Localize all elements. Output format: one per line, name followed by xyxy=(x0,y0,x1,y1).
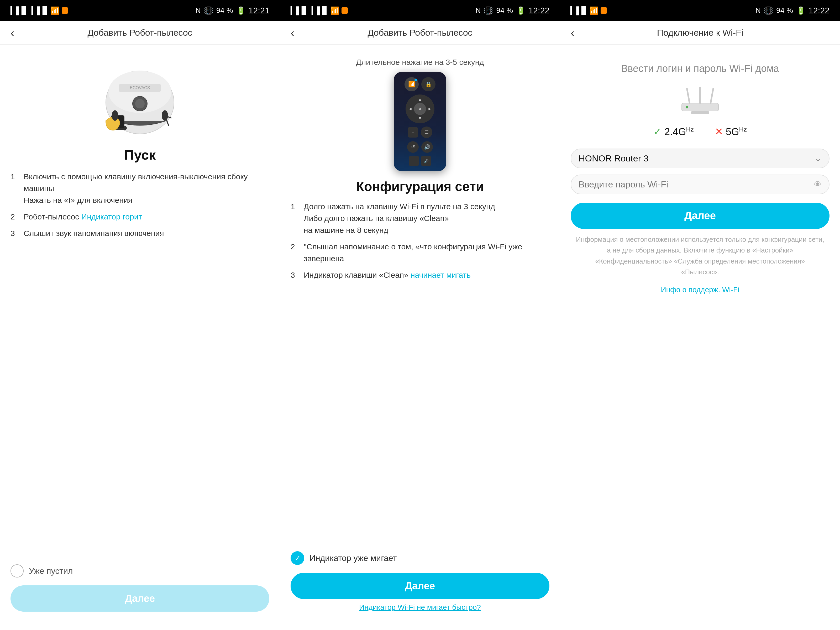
wifi-login-title: Ввести логин и пароль Wi-Fi дома xyxy=(571,63,829,74)
remote-sq-btn-2[interactable]: 🔊 xyxy=(421,156,431,166)
svg-point-8 xyxy=(112,110,118,121)
svg-line-13 xyxy=(687,89,690,103)
robot-vacuum-image: ECOVACS xyxy=(98,63,182,136)
svg-point-5 xyxy=(135,99,145,108)
frequency-row: ✓ 2.4GHz ✕ 5GHz xyxy=(571,126,829,137)
remote-body: 📶 🔒 ▲ ▼ ◄ ► ⏯ xyxy=(394,72,446,171)
password-input[interactable] xyxy=(579,179,814,189)
status-left-1: ▎▌▊ ▎▌▊ 📶 xyxy=(11,6,68,15)
bluetooth-icon-3: 📳 xyxy=(764,6,773,15)
remote-bottom-row1: ↺ 🔊 xyxy=(407,141,433,153)
svg-text:ECOVACS: ECOVACS xyxy=(129,85,150,90)
panel-config: ‹ Добавить Робот-пылесос Длительное нажа… xyxy=(280,21,560,630)
status-section-3: ▎▌▊ 📶 N 📳 94 % 🔋 12:22 xyxy=(560,6,840,16)
remote-plus-button[interactable]: + xyxy=(408,127,418,137)
nav-title-3: Подключение к Wi-Fi xyxy=(657,28,744,38)
notification-icon-2 xyxy=(341,7,348,14)
already-started-radio[interactable] xyxy=(11,564,24,578)
next-button-1[interactable]: Далее xyxy=(11,585,269,612)
remote-container: 📶 🔒 ▲ ▼ ◄ ► ⏯ xyxy=(291,67,549,177)
nfc-icon-3: N xyxy=(755,6,761,15)
freq-5-item: ✕ 5GHz xyxy=(715,126,747,137)
freq-5-label: 5GHz xyxy=(726,126,747,137)
nav-title-1: Добавить Робот-пылесос xyxy=(87,28,192,38)
router-icon-container xyxy=(571,85,829,116)
wifi-not-flashing-link[interactable]: Индикатор Wi-Fi не мигает быстро? xyxy=(291,603,549,612)
battery-icon-2: 🔋 xyxy=(516,6,525,15)
status-right-2: N 📳 94 % 🔋 12:22 xyxy=(475,6,549,16)
step-item-2-1: 1 Долго нажать на клавишу Wi-Fi в пульте… xyxy=(291,201,549,236)
remote-menu-button[interactable]: ☰ xyxy=(421,126,432,138)
password-row: 👁 xyxy=(571,175,829,194)
freq-24-item: ✓ 2.4GHz xyxy=(654,126,694,137)
step-item-1-2: 2 Робот-пылесос Индикатор горит xyxy=(11,211,269,223)
status-left-2: ▎▌▊ ▎▌▊ 📶 xyxy=(291,6,348,15)
wifi-icon-3: 📶 xyxy=(589,6,598,15)
panels-container: ‹ Добавить Робот-пылесос ECOVACS xyxy=(0,21,840,630)
freq-5-x: ✕ xyxy=(715,126,723,137)
panel2-content: Длительное нажатие на 3-5 секунд 📶 🔒 xyxy=(280,45,560,630)
step-list-2: 1 Долго нажать на клавишу Wi-Fi в пульте… xyxy=(291,201,549,281)
robot-image-container: ECOVACS xyxy=(11,55,269,142)
nav-bar-1: ‹ Добавить Робот-пылесос xyxy=(0,21,280,45)
nav-bar-3: ‹ Подключение к Wi-Fi xyxy=(560,21,840,45)
status-section-2: ▎▌▊ ▎▌▊ 📶 N 📳 94 % 🔋 12:22 xyxy=(280,6,560,16)
remote-vol-button[interactable]: 🔊 xyxy=(421,141,433,153)
notification-icon-1 xyxy=(62,7,68,14)
freq-24-check: ✓ xyxy=(654,126,662,137)
hint-text: Длительное нажатие на 3-5 секунд xyxy=(291,55,549,67)
bluetooth-icon-2: 📳 xyxy=(484,6,493,15)
panel1-content: ECOVACS xyxy=(0,45,280,630)
wifi-support-link[interactable]: Инфо о поддерж. Wi-Fi xyxy=(571,286,829,302)
indicator-link-1[interactable]: Индикатор горит xyxy=(81,212,142,221)
battery-1: 94 % xyxy=(216,6,233,15)
battery-3: 94 % xyxy=(776,6,793,15)
remote-refresh-button[interactable]: ↺ xyxy=(407,141,419,153)
remote-center-button[interactable]: ⏯ xyxy=(414,103,426,115)
step-item-1-3: 3 Слышит звук напоминания включения xyxy=(11,227,269,239)
remote-top-row: 📶 🔒 xyxy=(404,77,436,92)
remote-sq-btn-1[interactable]: □ xyxy=(409,156,419,166)
remote-dpad[interactable]: ▲ ▼ ◄ ► ⏯ xyxy=(406,95,434,123)
time-2: 12:22 xyxy=(528,6,549,16)
signal-icon-1b: ▎▌▊ xyxy=(32,6,48,15)
indicator-flashing-row[interactable]: ✓ Индикатор уже мигает xyxy=(291,551,549,565)
next-button-3[interactable]: Далее xyxy=(571,203,829,229)
time-3: 12:22 xyxy=(808,6,829,16)
flashing-link[interactable]: начинает мигать xyxy=(411,271,471,279)
signal-icon-3: ▎▌▊ xyxy=(570,6,587,15)
next-button-2[interactable]: Далее xyxy=(291,573,549,599)
step-item-2-2: 2 "Слышал напоминание о том, «что конфиг… xyxy=(291,241,549,264)
signal-icon-2: ▎▌▊ xyxy=(291,6,307,15)
signal-icon-1: ▎▌▊ xyxy=(11,6,27,15)
step-item-1-1: 1 Включить с помощью клавишу включения-в… xyxy=(11,171,269,206)
nfc-icon-2: N xyxy=(475,6,481,15)
already-started-row[interactable]: Уже пустил xyxy=(11,564,269,578)
remote-wifi-button[interactable]: 📶 xyxy=(404,77,419,92)
svg-line-15 xyxy=(711,89,713,103)
bluetooth-icon-1: 📳 xyxy=(204,6,213,15)
back-button-1[interactable]: ‹ xyxy=(11,26,14,39)
status-left-3: ▎▌▊ 📶 xyxy=(570,6,607,15)
indicator-label: Индикатор уже мигает xyxy=(309,553,396,563)
svg-point-16 xyxy=(686,106,688,108)
status-right-1: N 📳 94 % 🔋 12:21 xyxy=(196,6,270,16)
notification-icon-3 xyxy=(601,7,607,14)
battery-icon-3: 🔋 xyxy=(796,6,805,15)
router-icon xyxy=(674,85,726,116)
battery-icon-1: 🔋 xyxy=(236,6,245,15)
panel-start: ‹ Добавить Робот-пылесос ECOVACS xyxy=(0,21,280,630)
dropdown-arrow: ⌄ xyxy=(815,153,822,163)
status-bar: ▎▌▊ ▎▌▊ 📶 N 📳 94 % 🔋 12:21 ▎▌▊ ▎▌▊ 📶 N 📳… xyxy=(0,0,840,21)
remote-extra-row: + ☰ xyxy=(408,126,432,138)
indicator-check: ✓ xyxy=(291,551,304,565)
back-button-2[interactable]: ‹ xyxy=(291,26,295,39)
remote-bottom-btns: □ 🔊 xyxy=(409,156,431,166)
eye-icon[interactable]: 👁 xyxy=(814,180,822,189)
router-selector[interactable]: HONOR Router 3 ⌄ xyxy=(571,148,829,168)
section-title-2: Конфигурация сети xyxy=(291,179,549,194)
status-right-3: N 📳 94 % 🔋 12:22 xyxy=(755,6,829,16)
back-button-3[interactable]: ‹ xyxy=(571,26,575,39)
nav-bar-2: ‹ Добавить Робот-пылесос xyxy=(280,21,560,45)
remote-lock-button[interactable]: 🔒 xyxy=(421,77,436,92)
